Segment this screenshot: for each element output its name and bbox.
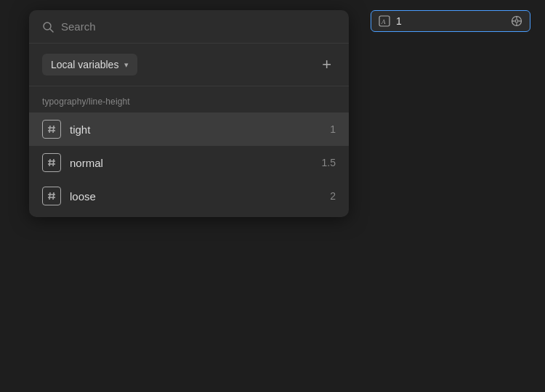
variable-value-normal: 1.5 <box>322 157 336 168</box>
variable-item-tight[interactable]: tight 1 <box>29 113 349 146</box>
add-variable-button[interactable]: + <box>318 55 336 74</box>
right-panel: A 1 <box>371 10 530 32</box>
local-variables-label: Local variables <box>51 59 118 70</box>
text-input-group[interactable]: A 1 <box>371 10 530 32</box>
svg-line-2 <box>49 126 50 133</box>
variable-name-normal: normal <box>70 157 322 169</box>
svg-line-7 <box>53 159 54 166</box>
svg-line-1 <box>50 29 53 32</box>
variable-item-loose[interactable]: loose 2 <box>29 179 349 213</box>
svg-line-3 <box>53 126 54 133</box>
variable-group: typography/line-height tight 1 <box>29 86 349 217</box>
main-container: Search Local variables ▾ + typography/li… <box>0 0 545 392</box>
svg-text:A: A <box>381 18 386 25</box>
settings-icon[interactable] <box>511 15 522 27</box>
search-placeholder: Search <box>61 20 96 33</box>
hash-icon-tight <box>42 120 61 139</box>
chevron-down-icon: ▾ <box>124 60 129 70</box>
svg-line-11 <box>53 192 54 200</box>
search-icon <box>42 21 54 33</box>
variable-name-loose: loose <box>70 190 330 203</box>
search-bar: Search <box>29 10 349 44</box>
hash-icon-normal <box>42 153 61 172</box>
group-label: typography/line-height <box>29 97 349 113</box>
add-icon: + <box>322 55 331 73</box>
variable-value-tight: 1 <box>330 123 336 135</box>
toolbar-row: Local variables ▾ + <box>29 44 349 86</box>
hash-icon-loose <box>42 187 61 205</box>
svg-point-17 <box>515 20 518 23</box>
variable-name-tight: tight <box>70 123 330 136</box>
text-type-icon: A <box>379 15 390 27</box>
variables-panel: Search Local variables ▾ + typography/li… <box>29 10 349 217</box>
variable-item-normal[interactable]: normal 1.5 <box>29 146 349 179</box>
variable-value-loose: 2 <box>330 190 336 202</box>
text-input-value: 1 <box>396 15 505 27</box>
local-variables-button[interactable]: Local variables ▾ <box>42 54 137 75</box>
svg-line-10 <box>49 192 50 200</box>
svg-line-6 <box>49 159 50 166</box>
